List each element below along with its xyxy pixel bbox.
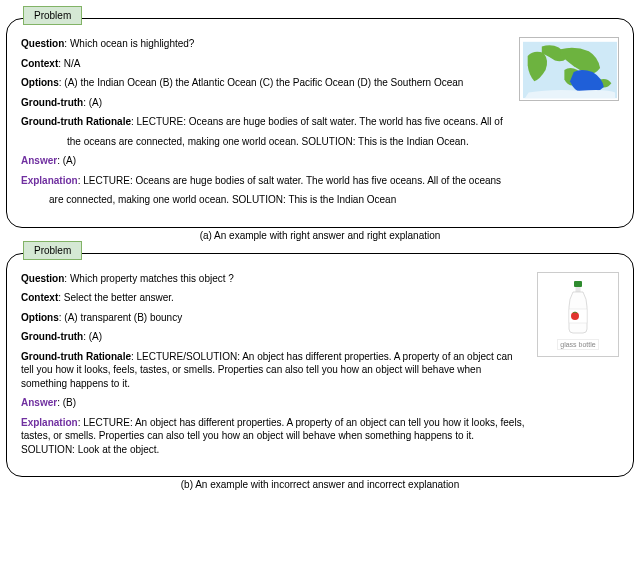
options-label: Options bbox=[21, 77, 59, 88]
text-column: Question: Which property matches this ob… bbox=[21, 272, 527, 463]
problem-tag: Problem bbox=[23, 241, 82, 260]
answer-text: (A) bbox=[63, 155, 76, 166]
context-label: Context bbox=[21, 292, 58, 303]
answer-text: (B) bbox=[63, 397, 76, 408]
options-label: Options bbox=[21, 312, 59, 323]
question-label: Question bbox=[21, 38, 64, 49]
problem-tag: Problem bbox=[23, 6, 82, 25]
gtr-text-2: the oceans are connected, making one wor… bbox=[67, 136, 469, 147]
options-text: (A) the Indian Ocean (B) the Atlantic Oc… bbox=[64, 77, 463, 88]
image-column bbox=[519, 37, 619, 213]
gt-label: Ground-truth bbox=[21, 97, 83, 108]
problem-card-a: Problem Question: Which ocean is highlig… bbox=[6, 18, 634, 228]
options-text: (A) transparent (B) bouncy bbox=[64, 312, 182, 323]
gtr-row-cont: the oceans are connected, making one wor… bbox=[21, 135, 509, 149]
gtr-text-1: LECTURE: Oceans are huge bodies of salt … bbox=[137, 116, 503, 127]
caption-b: (b) An example with incorrect answer and… bbox=[4, 479, 636, 490]
explanation-label: Explanation bbox=[21, 417, 78, 428]
question-row: Question: Which ocean is highlighted? bbox=[21, 37, 509, 51]
gt-text: (A) bbox=[89, 97, 102, 108]
exp-text-1: LECTURE: Oceans are huge bodies of salt … bbox=[83, 175, 501, 186]
card-content: Question: Which ocean is highlighted? Co… bbox=[21, 37, 619, 213]
options-row: Options: (A) the Indian Ocean (B) the At… bbox=[21, 76, 509, 90]
question-text: Which ocean is highlighted? bbox=[70, 38, 195, 49]
caption-a: (a) An example with right answer and rig… bbox=[4, 230, 636, 241]
svg-rect-1 bbox=[574, 281, 582, 287]
problem-card-b: Problem Question: Which property matches… bbox=[6, 253, 634, 478]
image-column: glass bottle bbox=[537, 272, 619, 463]
context-label: Context bbox=[21, 58, 58, 69]
context-text: N/A bbox=[64, 58, 81, 69]
gt-row: Ground-truth: (A) bbox=[21, 330, 527, 344]
gt-text: (A) bbox=[89, 331, 102, 342]
gt-label: Ground-truth bbox=[21, 331, 83, 342]
answer-label: Answer bbox=[21, 155, 57, 166]
gtr-row: Ground-truth Rationale: LECTURE/SOLUTION… bbox=[21, 350, 527, 391]
context-text: Select the better answer. bbox=[64, 292, 174, 303]
bottle-label: glass bottle bbox=[557, 339, 598, 350]
context-row: Context: N/A bbox=[21, 57, 509, 71]
options-row: Options: (A) transparent (B) bouncy bbox=[21, 311, 527, 325]
context-row: Context: Select the better answer. bbox=[21, 291, 527, 305]
bottle-icon: glass bottle bbox=[537, 272, 619, 357]
explanation-label: Explanation bbox=[21, 175, 78, 186]
answer-row: Answer: (B) bbox=[21, 396, 527, 410]
explanation-row-cont: are connected, making one world ocean. S… bbox=[21, 193, 509, 207]
gtr-row: Ground-truth Rationale: LECTURE: Oceans … bbox=[21, 115, 509, 129]
answer-row: Answer: (A) bbox=[21, 154, 509, 168]
svg-rect-2 bbox=[576, 287, 581, 292]
explanation-row: Explanation: LECTURE: An object has diff… bbox=[21, 416, 527, 457]
svg-point-4 bbox=[571, 312, 579, 320]
question-label: Question bbox=[21, 273, 64, 284]
card-content: Question: Which property matches this ob… bbox=[21, 272, 619, 463]
explanation-row: Explanation: LECTURE: Oceans are huge bo… bbox=[21, 174, 509, 188]
question-text: Which property matches this object ? bbox=[70, 273, 234, 284]
gtr-label: Ground-truth Rationale bbox=[21, 116, 131, 127]
gtr-label: Ground-truth Rationale bbox=[21, 351, 131, 362]
world-map-icon bbox=[519, 37, 619, 101]
question-row: Question: Which property matches this ob… bbox=[21, 272, 527, 286]
text-column: Question: Which ocean is highlighted? Co… bbox=[21, 37, 509, 213]
gt-row: Ground-truth: (A) bbox=[21, 96, 509, 110]
answer-label: Answer bbox=[21, 397, 57, 408]
exp-text: LECTURE: An object has different propert… bbox=[21, 417, 524, 455]
exp-text-2: are connected, making one world ocean. S… bbox=[49, 194, 396, 205]
